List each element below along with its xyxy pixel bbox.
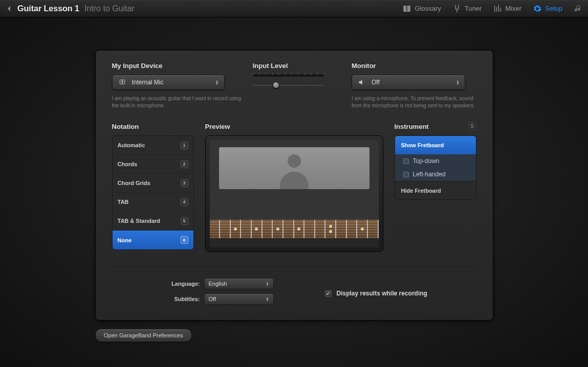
notation-chord-grids[interactable]: Chord Grids3: [113, 174, 193, 193]
setup-panel: My Input Device Internal Mic ▲▼ I am pla…: [95, 50, 493, 320]
speaker-icon: [357, 78, 366, 87]
language-select[interactable]: English▲▼: [204, 278, 274, 289]
back-arrow-icon[interactable]: [5, 5, 13, 13]
topbar-mixer[interactable]: Mixer: [493, 4, 521, 13]
instructor-placeholder: [219, 147, 369, 189]
monitor-helper: I am using a microphone. To prevent feed…: [352, 95, 476, 109]
mixer-icon: [493, 4, 502, 13]
topbar: Guitar Lesson 1 Intro to Guitar Glossary…: [0, 0, 588, 17]
hide-fretboard[interactable]: Hide Fretboard: [395, 181, 476, 199]
gear-icon: [533, 4, 542, 13]
topbar-glossary[interactable]: Glossary: [402, 4, 441, 13]
monitor-select[interactable]: Off ▲▼: [352, 75, 465, 90]
music-note-icon: [574, 4, 583, 13]
display-results-row[interactable]: ✓ Display results while recording: [325, 290, 427, 297]
notation-none[interactable]: None0: [113, 231, 193, 249]
option-left-handed[interactable]: Left-handed: [395, 168, 476, 181]
notation-automatic[interactable]: Automatic1: [113, 136, 193, 155]
topbar-tuner[interactable]: Tuner: [452, 4, 482, 13]
row-notation-preview: Notation Automatic1 Chords2 Chord Grids3…: [112, 123, 476, 252]
lesson-subtitle: Intro to Guitar: [84, 4, 135, 13]
subtitles-label: Subtitles:: [160, 296, 200, 302]
person-silhouette-icon: [277, 150, 312, 189]
input-level-slider[interactable]: [253, 82, 324, 89]
notation-title: Notation: [112, 123, 194, 130]
input-device-helper: I am playing an acoustic guitar that I w…: [112, 95, 242, 109]
slider-thumb[interactable]: [273, 82, 279, 88]
input-device-title: My Input Device: [112, 62, 242, 70]
instrument-shortcut-badge: S: [468, 122, 476, 130]
input-device-select[interactable]: Internal Mic ▲▼: [112, 75, 225, 90]
display-results-checkbox[interactable]: ✓: [325, 290, 332, 297]
display-results-label: Display results while recording: [337, 290, 427, 297]
preview-box: [205, 135, 383, 252]
option-top-down[interactable]: Top-down: [395, 154, 476, 168]
instrument-list: Show Fretboard Top-down Left-handed Hide…: [395, 135, 476, 200]
row-language-settings: Language: English▲▼ Subtitles: Off▲▼ ✓ D…: [112, 266, 476, 309]
subtitles-select[interactable]: Off▲▼: [204, 293, 274, 305]
checkbox-icon[interactable]: [403, 158, 409, 164]
stepper-icon: ▲▼: [215, 80, 219, 85]
input-level-meter: [253, 75, 324, 77]
monitor-title: Monitor: [352, 62, 476, 70]
fretboard-preview: [210, 220, 379, 238]
notation-chords[interactable]: Chords2: [113, 155, 193, 174]
book-icon: [402, 4, 411, 13]
notation-list: Automatic1 Chords2 Chord Grids3 TAB4 TAB…: [112, 135, 194, 250]
tuning-fork-icon: [452, 4, 462, 13]
show-fretboard[interactable]: Show Fretboard: [395, 136, 476, 154]
lesson-title: Guitar Lesson 1: [17, 4, 79, 13]
open-preferences-button[interactable]: Open GarageBand Preferences: [95, 329, 192, 342]
notation-tab[interactable]: TAB4: [113, 193, 193, 212]
instrument-title: Instrument: [395, 123, 429, 130]
checkbox-icon[interactable]: [403, 172, 409, 177]
preview-title: Preview: [205, 123, 383, 130]
input-level-title: Input Level: [253, 62, 342, 70]
language-label: Language:: [160, 281, 200, 287]
notation-tab-standard[interactable]: TAB & Standard5: [113, 212, 193, 231]
topbar-music[interactable]: [574, 4, 583, 13]
row-input-settings: My Input Device Internal Mic ▲▼ I am pla…: [112, 62, 476, 109]
topbar-setup[interactable]: Setup: [533, 4, 562, 13]
stepper-icon: ▲▼: [456, 80, 460, 85]
mic-icon: [118, 78, 127, 87]
